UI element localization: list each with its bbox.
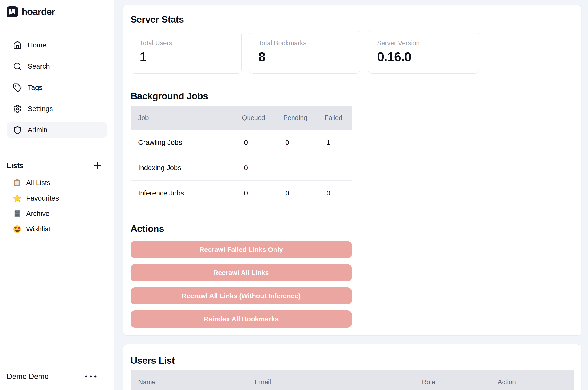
stat-label: Server Version <box>377 40 470 47</box>
sidebar-item-label: Home <box>28 41 46 49</box>
app: { "app": { "name": "hoarder" }, "colors"… <box>0 0 588 390</box>
server-stats-cards: Total Users 1 Total Bookmarks 8 Server V… <box>130 31 574 74</box>
stat-card-total-bookmarks: Total Bookmarks 8 <box>249 31 360 74</box>
stat-value: 0.16.0 <box>377 49 470 64</box>
plus-icon <box>93 161 102 170</box>
list-item-label: Wishlist <box>26 225 50 233</box>
actions-title: Actions <box>130 223 574 234</box>
users-list-title: Users List <box>130 355 574 366</box>
job-name: Inference Jobs <box>131 189 242 197</box>
user-name: Demo Demo <box>7 372 49 381</box>
heart-eyes-emoji-icon <box>13 225 21 233</box>
lists-title: Lists <box>7 161 24 170</box>
admin-panel-card: Server Stats Total Users 1 Total Bookmar… <box>123 5 582 336</box>
column-header-email: Email <box>255 378 422 386</box>
sidebar-item-settings[interactable]: Settings <box>7 101 107 116</box>
users-list-card: Users List Name Email Role Action <box>123 344 582 390</box>
sidebar-item-admin[interactable]: Admin <box>7 122 107 138</box>
job-name: Indexing Jobs <box>131 164 242 172</box>
users-table: Name Email Role Action <box>130 370 574 390</box>
stat-value: 1 <box>140 49 232 64</box>
app-title: hoarder <box>22 6 55 17</box>
recrawl-all-links-button[interactable]: Recrawl All Links <box>130 264 352 281</box>
stat-value: 8 <box>258 49 351 64</box>
stat-card-total-users: Total Users 1 <box>130 31 241 74</box>
failed-count: 1 <box>325 139 352 146</box>
sidebar-item-label: Tags <box>28 84 42 92</box>
recrawl-failed-links-button[interactable]: Recrawl Failed Links Only <box>130 241 352 258</box>
column-header-pending: Pending <box>283 114 325 122</box>
lists-header: Lists <box>7 160 107 171</box>
queued-count: 0 <box>242 139 283 146</box>
sidebar-item-archive[interactable]: Archive <box>7 207 107 220</box>
column-header-queued: Queued <box>242 114 283 122</box>
column-header-job: Job <box>131 114 242 122</box>
sidebar-item-home[interactable]: Home <box>7 37 107 53</box>
shield-icon <box>13 126 22 135</box>
sidebar-item-wishlist[interactable]: Wishlist <box>7 222 107 236</box>
divider <box>7 149 107 149</box>
background-jobs-table: Job Queued Pending Failed Crawling Jobs … <box>130 106 352 206</box>
lists-nav: All Lists Favourites Archive <box>7 176 107 236</box>
sidebar-item-tags[interactable]: Tags <box>7 80 107 95</box>
reindex-all-bookmarks-button[interactable]: Reindex All Bookmarks <box>130 310 352 328</box>
admin-page: Server Stats Total Users 1 Total Bookmar… <box>114 0 588 390</box>
table-row: Indexing Jobs 0 - - <box>131 155 352 181</box>
user-menu[interactable]: Demo Demo <box>7 372 107 390</box>
file-cabinet-emoji-icon <box>13 209 21 218</box>
job-name: Crawling Jobs <box>131 139 242 146</box>
server-stats-title: Server Stats <box>130 14 574 25</box>
tag-icon <box>13 83 22 92</box>
primary-nav: Home Search Tags Settings <box>7 37 107 138</box>
background-jobs-title: Background Jobs <box>130 91 574 101</box>
sidebar-item-favourites[interactable]: Favourites <box>7 191 107 205</box>
failed-count: 0 <box>325 189 352 197</box>
house-icon <box>13 41 22 50</box>
stat-card-server-version: Server Version 0.16.0 <box>368 31 479 74</box>
star-emoji-icon <box>13 194 21 202</box>
column-header-failed: Failed <box>325 114 352 122</box>
column-header-action: Action <box>498 378 574 386</box>
clipboard-emoji-icon <box>13 179 21 187</box>
failed-count: - <box>325 164 352 172</box>
pending-count: - <box>283 164 325 172</box>
sidebar-item-label: Search <box>28 62 50 70</box>
column-header-role: Role <box>422 378 498 386</box>
sidebar-item-all-lists[interactable]: All Lists <box>7 176 107 190</box>
sidebar: hoarder Home Search Tags <box>0 0 114 390</box>
list-item-label: Favourites <box>26 194 59 202</box>
divider <box>7 27 107 27</box>
list-item-label: All Lists <box>26 179 50 187</box>
gear-icon <box>13 104 22 113</box>
stat-label: Total Users <box>140 40 232 47</box>
table-header-row: Name Email Role Action <box>131 370 574 390</box>
pending-count: 0 <box>283 189 325 197</box>
recrawl-without-inference-button[interactable]: Recrawl All Links (Without Inference) <box>130 287 352 304</box>
table-row: Inference Jobs 0 0 0 <box>131 181 352 206</box>
sidebar-item-label: Settings <box>28 105 53 113</box>
add-list-button[interactable] <box>92 160 103 171</box>
list-item-label: Archive <box>26 210 50 218</box>
table-header-row: Job Queued Pending Failed <box>131 106 352 130</box>
queued-count: 0 <box>242 164 283 172</box>
search-icon <box>13 62 22 71</box>
hoarder-logo-icon <box>7 6 18 17</box>
queued-count: 0 <box>242 189 283 197</box>
sidebar-item-label: Admin <box>28 126 47 134</box>
table-row: Crawling Jobs 0 0 1 <box>131 130 352 155</box>
column-header-name: Name <box>131 378 255 386</box>
admin-actions: Recrawl Failed Links Only Recrawl All Li… <box>130 241 352 328</box>
user-options-button[interactable] <box>84 375 97 378</box>
stat-label: Total Bookmarks <box>258 40 351 47</box>
pending-count: 0 <box>283 139 325 146</box>
ellipsis-icon <box>84 375 97 378</box>
sidebar-item-search[interactable]: Search <box>7 58 107 74</box>
app-logo[interactable]: hoarder <box>7 0 107 17</box>
